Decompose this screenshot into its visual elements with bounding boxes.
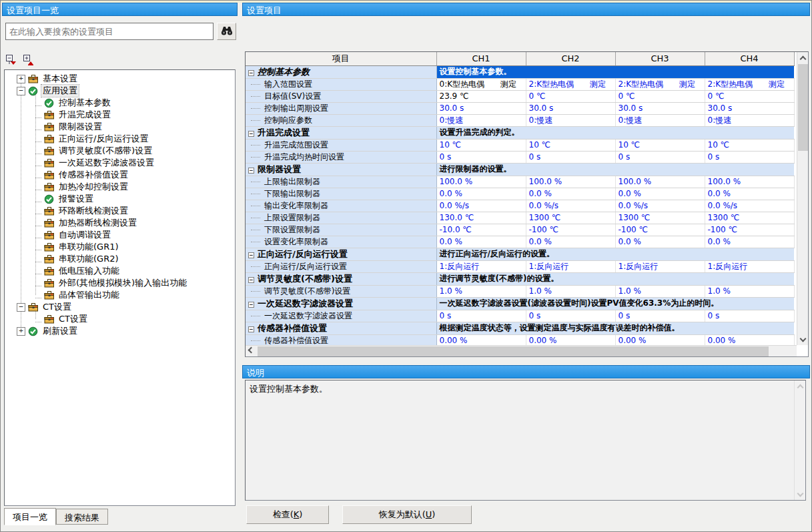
tree-item[interactable]: 限制器设置 — [5, 121, 235, 133]
search-button[interactable] — [217, 23, 236, 40]
tree-item[interactable]: +刷新设置 — [5, 325, 235, 337]
value-cell-ch4[interactable]: 0 s — [705, 310, 794, 322]
group-label-cell[interactable]: −调节灵敏度(不感带)设置 — [246, 272, 436, 285]
value-cell-ch1[interactable]: 1.0 % — [436, 285, 526, 297]
group-description-cell[interactable]: 进行正向运行/反向运行的设置。 — [436, 248, 794, 260]
setting-label-cell[interactable]: 升温完成范围设置 — [246, 139, 436, 151]
value-cell-ch2[interactable]: 0.0 % — [526, 188, 615, 200]
value-cell-ch2[interactable]: 1:反向运行 — [526, 260, 615, 272]
scroll-down-icon[interactable] — [795, 489, 806, 500]
scroll-up-icon[interactable] — [797, 52, 809, 63]
setting-label-cell[interactable]: 下限输出限制器 — [246, 188, 436, 200]
value-cell-ch2[interactable]: 0 ℃ — [526, 90, 615, 102]
setting-label-cell[interactable]: 调节灵敏度(不感带)设置 — [246, 285, 436, 297]
value-cell-ch3[interactable]: 0 ℃ — [615, 90, 705, 102]
tree-item[interactable]: 报警设置 — [5, 193, 235, 205]
group-label-cell[interactable]: −传感器补偿值设置 — [246, 322, 436, 334]
value-cell-ch1[interactable]: 0.0 % — [436, 236, 526, 248]
tree-item[interactable]: 加热器断线检测设置 — [5, 217, 235, 229]
value-cell-ch1[interactable]: 130.0 ℃ — [436, 212, 526, 224]
value-cell-ch3[interactable]: 100.0 % — [615, 176, 705, 188]
value-cell-ch4[interactable]: 0 ℃ — [705, 90, 794, 102]
value-cell-ch4[interactable]: 0:慢速 — [705, 114, 794, 126]
group-description-cell[interactable]: 设置升温完成的判定。 — [436, 126, 794, 139]
search-input[interactable] — [5, 23, 214, 40]
setting-label-cell[interactable]: 控制输出周期设置 — [246, 102, 436, 114]
table-vertical-scrollbar[interactable] — [797, 52, 808, 345]
check-button[interactable]: 检查(K) — [246, 505, 329, 524]
value-cell-ch4[interactable]: 1300 ℃ — [705, 212, 794, 224]
value-cell-ch3[interactable]: 0 s — [615, 151, 705, 163]
table-horizontal-scrollbar[interactable] — [246, 345, 797, 356]
expand-icon[interactable]: + — [17, 327, 25, 336]
tree-item[interactable]: 传感器补偿值设置 — [5, 169, 235, 181]
value-cell-ch4[interactable]: 0 s — [705, 151, 794, 163]
collapse-icon[interactable]: − — [248, 70, 254, 76]
value-cell-ch1[interactable]: 100.0 % — [436, 176, 526, 188]
value-cell-ch3[interactable]: 0.0 % — [615, 236, 705, 248]
setting-label-cell[interactable]: 升温完成均热时间设置 — [246, 151, 436, 163]
tree-item[interactable]: 一次延迟数字滤波器设置 — [5, 157, 235, 169]
scroll-up-icon[interactable] — [795, 380, 806, 392]
setting-label-cell[interactable]: 输出变化率限制器 — [246, 200, 436, 212]
tree-item[interactable]: 自动调谐设置 — [5, 229, 235, 241]
value-cell-ch2[interactable]: -100 ℃ — [526, 224, 615, 236]
value-cell-ch2[interactable]: 0:慢速 — [526, 114, 615, 126]
value-cell-ch2[interactable]: 0 s — [526, 310, 615, 322]
expand-icon[interactable]: + — [17, 75, 25, 83]
value-cell-ch2[interactable]: 0.0 %/s — [526, 200, 615, 212]
value-cell-ch3[interactable]: 0.0 %/s — [615, 200, 705, 212]
value-cell-ch2[interactable]: 1300 ℃ — [526, 212, 615, 224]
value-cell-ch3[interactable]: -100 ℃ — [615, 224, 705, 236]
value-cell-ch3[interactable]: 1300 ℃ — [615, 212, 705, 224]
value-cell-ch2[interactable]: 100.0 % — [526, 176, 615, 188]
description-scrollbar[interactable] — [794, 380, 805, 500]
setting-label-cell[interactable]: 上限设置限制器 — [246, 212, 436, 224]
setting-label-cell[interactable]: 下限设置限制器 — [246, 224, 436, 236]
restore-default-button[interactable]: 恢复为默认(U) — [342, 505, 472, 524]
value-cell-ch1[interactable]: 23.9 ℃ — [436, 90, 526, 102]
value-cell-ch1[interactable]: 0.0 %/s — [436, 200, 526, 212]
tree-item[interactable]: 控制基本参数 — [5, 97, 235, 109]
tree-item[interactable]: 低电压输入功能 — [5, 265, 235, 277]
collapse-icon[interactable]: − — [248, 326, 254, 332]
value-cell-ch4[interactable]: -100 ℃ — [705, 224, 794, 236]
value-cell-ch2[interactable]: 2:K型热电偶 测定 — [526, 78, 615, 90]
value-cell-ch4[interactable]: 0.0 %/s — [705, 200, 794, 212]
tree-item[interactable]: 调节灵敏度(不感带)设置 — [5, 145, 235, 157]
value-cell-ch1[interactable]: -10.0 ℃ — [436, 224, 526, 236]
collapse-all-icon[interactable] — [6, 55, 18, 65]
value-cell-ch1[interactable]: 10 ℃ — [436, 139, 526, 151]
value-cell-ch1[interactable]: 30.0 s — [436, 102, 526, 114]
value-cell-ch2[interactable]: 30.0 s — [526, 102, 615, 114]
group-label-cell[interactable]: −升温完成设置 — [246, 126, 436, 139]
collapse-icon[interactable]: − — [248, 252, 254, 258]
tree-item[interactable]: 升温完成设置 — [5, 109, 235, 121]
horizontal-scroll-thumb[interactable] — [258, 346, 769, 356]
value-cell-ch1[interactable]: 1:反向运行 — [436, 260, 526, 272]
value-cell-ch4[interactable]: 30.0 s — [705, 102, 794, 114]
expand-all-icon[interactable] — [23, 55, 35, 65]
scroll-left-icon[interactable] — [246, 346, 257, 357]
value-cell-ch3[interactable]: 1.0 % — [615, 285, 705, 297]
tree-item[interactable]: CT设置 — [5, 313, 235, 325]
setting-label-cell[interactable]: 输入范围设置 — [246, 78, 436, 90]
value-cell-ch3[interactable]: 10 ℃ — [615, 139, 705, 151]
group-description-cell[interactable]: 一次延迟数字滤波器设置(滤波器设置时间)设置PV值变化63.3%为止的时间。 — [436, 297, 794, 310]
setting-label-cell[interactable]: 目标值(SV)设置 — [246, 90, 436, 102]
tab-search-results[interactable]: 搜索结果 — [56, 509, 108, 525]
tree-item[interactable]: 加热冷却控制设置 — [5, 181, 235, 193]
value-cell-ch4[interactable]: 1.0 % — [705, 285, 794, 297]
tree-item[interactable]: 串联功能(GR1) — [5, 241, 235, 253]
tree-item[interactable]: −应用设置 — [5, 85, 235, 97]
collapse-icon[interactable]: − — [17, 87, 25, 95]
group-label-cell[interactable]: −限制器设置 — [246, 163, 436, 176]
value-cell-ch4[interactable]: 2:K型热电偶 测定 — [705, 78, 794, 90]
group-description-cell[interactable]: 根据测定温度状态等，设置测定温度与实际温度有误差时的补偿值。 — [436, 322, 794, 334]
value-cell-ch2[interactable]: 10 ℃ — [526, 139, 615, 151]
scroll-right-icon[interactable] — [785, 346, 797, 357]
value-cell-ch4[interactable]: 10 ℃ — [705, 139, 794, 151]
group-label-cell[interactable]: −控制基本参数 — [246, 65, 436, 78]
value-cell-ch2[interactable]: 0.0 % — [526, 236, 615, 248]
collapse-icon[interactable]: − — [248, 277, 254, 283]
